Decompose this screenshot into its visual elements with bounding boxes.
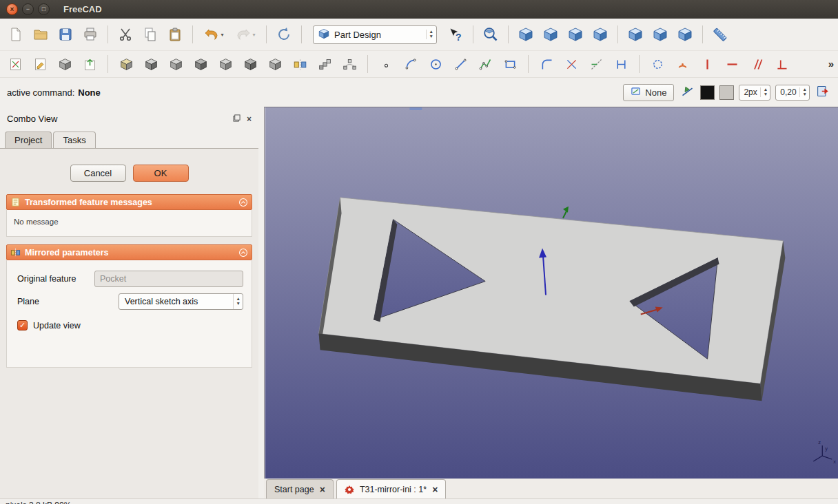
save-document-button[interactable] [55,24,76,45]
rectangle-tool-button[interactable] [500,55,520,74]
toolbar-separator [528,55,529,73]
circle-tool-button[interactable] [426,55,445,74]
polar-pattern-button[interactable] [340,55,359,74]
ok-button[interactable]: OK [133,165,189,182]
workbench-cube-icon [318,28,330,42]
float-panel-icon[interactable] [233,114,241,124]
window-minimize-button[interactable]: − [22,3,34,15]
mirrored-button[interactable] [290,55,309,74]
new-sketch-button[interactable] [6,55,25,74]
spinner-arrows-icon[interactable]: ▲▼ [799,87,807,97]
viewport-scroll-indicator[interactable] [409,107,422,110]
bottom-view-button[interactable] [650,24,671,45]
chamfer-button[interactable] [241,55,260,74]
cut-button[interactable] [115,24,136,45]
workbench-selected-label: Part Design [334,30,422,40]
tab-project[interactable]: Project [5,132,52,148]
toolbar-separator [192,25,193,43]
external-geometry-button[interactable] [586,55,606,74]
measure-distance-button[interactable] [710,24,730,45]
selection-mode-button[interactable] [679,84,695,101]
line-width-spinbox[interactable]: 2px ▲▼ [739,85,770,101]
rear-view-button[interactable] [625,24,646,45]
paste-button[interactable] [165,24,185,45]
fillet-sketch-tool-button[interactable] [537,55,556,74]
edit-sketch-button[interactable] [30,55,50,74]
dropdown-caret-icon[interactable]: ▾ [252,32,255,38]
refresh-button[interactable] [274,24,294,45]
map-sketch-button[interactable] [55,55,74,74]
horizontal-constraint-button[interactable] [722,55,742,74]
toolbar-separator [639,55,640,73]
point-size-spinbox[interactable]: 0,20 ▲▼ [775,85,810,101]
shape-color-swatch[interactable] [719,85,734,100]
no-message-text: No message [7,210,252,236]
tab-start-page[interactable]: Start page × [266,479,334,498]
trim-tool-button[interactable] [562,55,581,74]
export-button[interactable] [815,84,831,101]
coincident-constraint-button[interactable] [673,55,692,74]
close-panel-icon[interactable]: × [247,115,252,123]
right-view-button[interactable] [590,24,611,45]
line-color-swatch[interactable] [700,85,715,100]
fillet-button[interactable] [216,55,235,74]
collapse-section-icon[interactable] [238,248,248,258]
plane-select[interactable]: Vertical sketch axis ▲▼ [119,293,243,310]
top-view-button[interactable] [565,24,586,45]
groove-button[interactable] [191,55,210,74]
soliddark-icon [194,57,208,72]
revolution-button[interactable] [166,55,185,74]
combo-arrows-icon: ▲▼ [426,30,433,39]
trim-icon [564,57,579,72]
undo-button[interactable]: ▾ [200,24,227,45]
front-view-button[interactable] [540,24,561,45]
perpendicular-icon [775,57,789,72]
construction-mode-toggle[interactable] [648,55,667,74]
tab-tasks[interactable]: Tasks [53,132,95,149]
sketch-icon [8,57,23,72]
polyline-icon [478,57,493,72]
window-close-button[interactable]: × [6,3,18,15]
close-tab-icon[interactable]: × [320,485,325,494]
pad-button[interactable] [116,55,136,74]
parallel-constraint-button[interactable] [747,55,766,74]
cancel-button[interactable]: Cancel [70,165,126,182]
print-button[interactable] [80,24,101,45]
axonometric-view-button[interactable] [515,24,536,45]
polyline-tool-button[interactable] [476,55,495,74]
plane-label: Plane [17,297,119,306]
open-document-button[interactable] [30,24,51,45]
collapse-section-icon[interactable] [238,198,248,207]
toolbar-overflow-chevron[interactable]: » [828,58,834,70]
vertical-constraint-button[interactable] [697,55,717,74]
left-view-button[interactable] [675,24,695,45]
leave-sketch-button[interactable] [80,55,99,74]
dropdown-caret-icon[interactable]: ▾ [221,32,223,38]
draft-button[interactable] [265,55,285,74]
point-tool-button[interactable] [376,55,396,74]
linear-pattern-button[interactable] [315,55,334,74]
draw-style-button[interactable]: None [623,84,674,101]
copy-button[interactable] [140,24,161,45]
close-tab-icon[interactable]: × [432,485,438,494]
window-maximize-button[interactable]: □ [38,3,50,15]
line-tool-button[interactable] [451,55,470,74]
arc-tool-button[interactable] [401,55,420,74]
redo-button[interactable]: ▾ [232,24,259,45]
carbon-copy-button[interactable] [611,55,631,74]
tab-document[interactable]: T31-mirror-ini : 1* × [336,479,446,498]
new-document-button[interactable] [6,24,26,45]
carboncopy-icon [614,57,628,72]
whats-this-button[interactable]: ? [445,24,466,45]
update-view-checkbox[interactable]: ✓ [17,320,28,330]
section-mirrored-parameters: Mirrored parameters Original feature Pla… [6,244,252,368]
appearance-controls: None 2px ▲▼ 0,20 ▲▼ [623,84,831,101]
spinner-arrows-icon[interactable]: ▲▼ [760,87,768,97]
workbench-selector[interactable]: Part Design▲▼ [313,25,437,44]
fit-all-button[interactable] [480,24,501,45]
line-width-value: 2px [744,87,757,97]
pocket-button[interactable] [141,55,161,74]
point-size-value: 0,20 [780,87,796,97]
3d-viewport[interactable]: z y x [264,107,838,479]
perpendicular-constraint-button[interactable] [772,55,791,74]
